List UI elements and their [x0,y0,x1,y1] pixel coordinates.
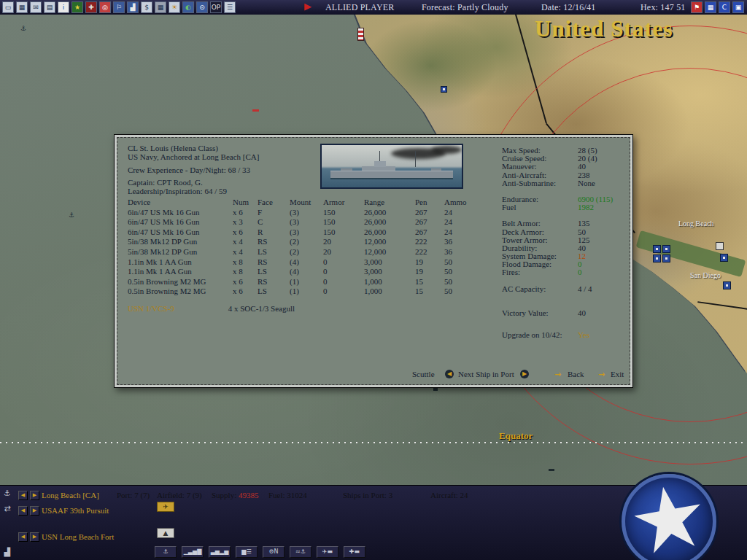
play-icon[interactable]: ▶ [304,1,311,12]
stat-row: Endurance:6900 (115) [502,195,626,203]
stat-row: Fuel1982 [502,203,626,211]
next-unit-button[interactable]: ▶ [30,532,39,542]
calculator-icon[interactable]: ▦ [155,1,166,13]
exit-button[interactable]: Exit [611,370,624,378]
city-button[interactable]: ▃▅▂▅ [209,546,231,558]
window-icon[interactable]: ▭ [2,1,14,13]
industry-button[interactable]: ▆☰ [236,546,258,558]
next-base-button[interactable]: ▶ [30,491,39,500]
base-hex-icon[interactable] [653,245,661,253]
base-hex-icon[interactable] [716,242,724,250]
device-table: DeviceNumFaceMountArmorRangePenAmmo 6in/… [128,198,492,297]
device-row: 6in/47 US Mk 16 Gunx 6R(3)15026,00026724 [128,228,492,238]
stat-label: Manuever: [502,163,578,171]
combat-report-icon[interactable]: C [719,1,730,13]
minimize-icon[interactable]: ▣ [732,1,744,13]
device-col-header: Device [128,198,233,208]
next-ship-label[interactable]: Next Ship in Port [458,370,514,378]
stat-row: Victory Value:40 [502,309,626,317]
combat-icon[interactable]: ✚ [85,1,97,13]
supply-icon[interactable]: $ [141,1,152,13]
flag-icon[interactable]: ⚐ [113,1,125,13]
globe-icon[interactable]: ◐ [182,1,194,13]
device-row: 5in/38 Mk12 DP Gunx 4RS(2)2012,00022236 [128,237,492,247]
ship-header: CL St. Louis (Helena Class) US Navy, Anc… [128,144,259,195]
exit-arrow-icon[interactable]: → [598,370,605,379]
next-ship-button[interactable]: ▶ [520,370,529,378]
equator-label: Equator [499,430,533,442]
device-col-header: Ammo [444,198,476,208]
report-icon[interactable]: ▤ [44,1,55,13]
stat-label: Victory Value: [502,309,578,317]
base-hex-icon[interactable] [662,254,670,262]
base-hex-icon[interactable] [441,86,447,93]
stat-value: 0 [578,268,582,276]
player-label: ALLIED PLAYER [325,2,395,13]
grid-icon[interactable]: ▦ [16,1,28,13]
device-table-body: 6in/47 US Mk 16 Gunx 6F(3)15026,00026724… [128,208,492,297]
topbar-icon-strip: ▭▦✉▤i★✚◎⚐▟$▦☀◐⊙OP☰ [2,1,236,13]
reinforce-button[interactable]: ✚▬ [344,546,365,558]
air-unit-name[interactable]: USAAF 39th Pursuit [42,506,109,515]
back-arrow-icon[interactable]: → [554,370,561,379]
list-icon[interactable]: ☰ [224,1,236,13]
weather-icon[interactable]: ☀ [169,1,180,13]
info-icon[interactable]: i [58,1,69,13]
region-label: United States [535,16,673,42]
chart-icon[interactable]: ▟ [127,1,139,13]
us-star-emblem [622,474,716,560]
stat-value: 40 [578,309,586,317]
fort-unit-name[interactable]: USN Long Beach Fort [42,532,114,541]
fort-unit-icon[interactable]: ▲ [157,528,174,538]
device-col-header: Armor [323,198,364,208]
device-row: 5in/38 Mk12 DP Gunx 4LS(2)2012,00022236 [128,247,492,257]
air-unit-icon[interactable]: ✈ [157,502,174,512]
leadership: Leadership/Inspiration: 64 / 59 [128,187,259,195]
prev-unit-button[interactable]: ◀ [18,532,28,542]
air-group-name[interactable]: USN 1/VCS-9 [128,304,226,313]
settings-n-button[interactable]: ⚙N [263,546,285,558]
base-hex-icon[interactable] [723,281,731,289]
topbar-right-icons: ⚑▦C▣ [691,1,744,13]
chart-button[interactable]: ▁▃▅▇ [182,546,204,558]
op-icon[interactable]: OP [210,1,222,13]
air-group-row[interactable]: USN 1/VCS-9 4 x SOC-1/3 Seagull [128,304,295,313]
air-naval-button[interactable]: ✈▬ [317,546,338,558]
ship-ops-button[interactable]: ⚓ [155,546,177,558]
stats-chart-icon[interactable]: ▟ [1,547,13,559]
stat-label: Upgrade on 10/42: [502,331,578,339]
base-stat: Fuel: 31024 [268,491,307,499]
base-hex-icon[interactable] [653,254,661,262]
smoke [431,146,462,154]
star-icon[interactable]: ★ [71,1,83,13]
device-row: 6in/47 US Mk 16 Gunx 6F(3)15026,00026724 [128,208,492,218]
stat-label: Fires: [502,268,578,276]
prev-base-button[interactable]: ◀ [18,491,28,500]
flag-toggle-icon[interactable]: ⚑ [691,1,703,13]
stat-value: 50 [578,228,586,236]
mail-icon[interactable]: ✉ [30,1,42,13]
prev-ship-button[interactable]: ◀ [445,370,454,378]
place-label-long-beach: Long Beach [678,219,714,228]
device-row: 1.1in Mk 1 AA Gunx 8LS(4)03,0001950 [128,267,492,277]
forecast-label: Forecast: Partly Cloudy [422,2,508,13]
base-hex-icon[interactable] [720,254,728,262]
stat-row: Deck Armor:50 [502,228,626,236]
next-unit-button[interactable]: ▶ [30,506,39,516]
zoom-icon[interactable]: ⊙ [196,1,208,13]
port-ship-button[interactable]: ≈⚓ [290,546,311,558]
equator-line [0,442,747,443]
map-mode-icon[interactable]: ▦ [705,1,716,13]
prev-unit-button[interactable]: ◀ [18,506,28,516]
scuttle-button[interactable]: Scuttle [412,370,435,378]
ship-marker[interactable] [549,469,554,471]
game-screen: ▭▦✉▤i★✚◎⚐▟$▦☀◐⊙OP☰ ▶ ALLIED PLAYER Forec… [0,0,747,560]
stat-label: Anti-Submarine: [502,179,578,187]
target-icon[interactable]: ◎ [99,1,111,13]
base-hex-icon[interactable] [662,245,670,253]
base-name[interactable]: Long Beach [CA] [42,491,99,499]
stat-label: Deck Armor: [502,228,578,236]
task-force-marker[interactable] [252,109,259,112]
ship-stats: Max Speed:28 (5)Cruise Speed:20 (4)Manue… [502,147,626,339]
back-button[interactable]: Back [568,370,584,378]
